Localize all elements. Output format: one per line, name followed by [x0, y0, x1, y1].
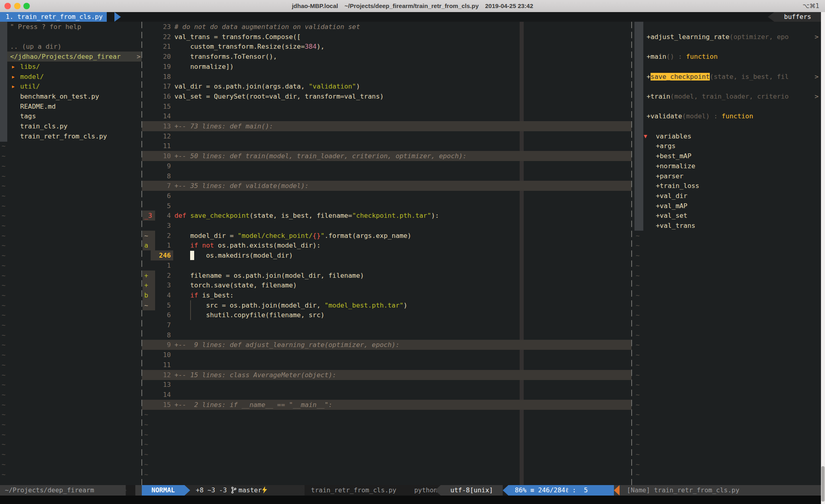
- code-line[interactable]: 8: [142, 330, 632, 340]
- code-line[interactable]: 22val_trans = transforms.Compose([: [142, 32, 632, 42]
- nerdtree-empty-row: ~: [0, 181, 142, 191]
- tagbar-empty-row: ~: [633, 300, 821, 310]
- tag-kind: function: [721, 112, 753, 120]
- code-line[interactable]: +3 torch.save(state, filename): [142, 280, 632, 290]
- tagbar-row[interactable]: +val_set: [633, 211, 821, 221]
- code-line[interactable]: 3: [142, 221, 632, 231]
- buffers-label[interactable]: buffers: [774, 12, 821, 22]
- right-scrollbar-track[interactable]: [821, 12, 825, 504]
- folded-line[interactable]: 12+-- 15 lines: class AverageMeter(objec…: [142, 370, 632, 380]
- code-line[interactable]: 9: [142, 161, 632, 171]
- code-line[interactable]: 11: [142, 141, 632, 151]
- code-line[interactable]: 5: [142, 201, 632, 211]
- command-line[interactable]: [0, 496, 825, 504]
- tagbar-row[interactable]: +val_trans: [633, 221, 821, 231]
- code-line[interactable]: 23# do not do data augmentation on valid…: [142, 22, 632, 32]
- nerdtree-row[interactable]: ▸model/: [0, 72, 142, 82]
- folder-collapsed-icon[interactable]: ▸: [11, 81, 15, 91]
- code-line[interactable]: 12: [142, 131, 632, 141]
- folded-line[interactable]: 13+-- 73 lines: def main():: [142, 121, 632, 131]
- tag-entry[interactable]: +train(model, train_loader, criterio: [647, 91, 814, 101]
- code-line[interactable]: 19 normalize]): [142, 62, 632, 72]
- nerdtree-file[interactable]: README.md: [20, 101, 56, 112]
- nerdtree-row[interactable]: train_retr_from_cls.py: [0, 131, 142, 141]
- empty-line-tilde: ~: [2, 171, 6, 181]
- window-separator-left[interactable]: [141, 22, 142, 485]
- nerdtree-file[interactable]: tags: [20, 111, 36, 121]
- code-line[interactable]: +2 filename = os.path.join(model_dir, fi…: [142, 271, 632, 281]
- nerdtree-up-dir[interactable]: .. (up a dir): [10, 41, 61, 52]
- code-token: "validation": [309, 83, 356, 90]
- code-line[interactable]: 10: [142, 350, 632, 360]
- tagbar-blank-row: [633, 121, 821, 131]
- code-line[interactable]: ~5 src = os.path.join(model_dir, "model_…: [142, 300, 632, 310]
- code-line[interactable]: 20 transforms.ToTensor(),: [142, 52, 632, 62]
- code-line[interactable]: ~2 model_dir = "model/check_point/{}".fo…: [142, 231, 632, 241]
- code-line[interactable]: 14: [142, 111, 632, 121]
- tagbar-row[interactable]: +val_dir: [633, 191, 821, 201]
- code-line[interactable]: 18: [142, 72, 632, 82]
- code-line[interactable]: 246 os.makedirs(model_dir): [142, 250, 632, 260]
- tagbar-row[interactable]: +val_mAP: [633, 201, 821, 211]
- tagbar-row[interactable]: ▼variables: [633, 131, 821, 141]
- tagbar-sidebar: +adjust_learning_rate(optimizer, epo>+ma…: [633, 22, 821, 485]
- nerdtree-root-path[interactable]: </jdhao/Projects/deep_firear: [10, 52, 120, 62]
- code-line[interactable]: 6: [142, 191, 632, 201]
- nerdtree-row[interactable]: ▸libs/: [0, 62, 142, 72]
- code-line[interactable]: 1: [142, 260, 632, 271]
- right-scrollbar-thumb[interactable]: [821, 466, 825, 502]
- tagbar-row[interactable]: +main() : function: [633, 52, 821, 62]
- nerdtree-directory[interactable]: libs/: [20, 62, 40, 72]
- code-line[interactable]: 13: [142, 380, 632, 390]
- nerdtree-row[interactable]: benchmark_on_test.py: [0, 91, 142, 101]
- tagbar-row[interactable]: +parser: [633, 171, 821, 181]
- tag-entry[interactable]: +save_checkpoint(state, is_best, fil: [647, 72, 814, 82]
- code-line[interactable]: _34def save_checkpoint(state, is_best, f…: [142, 211, 632, 221]
- tagbar-row[interactable]: +normalize: [633, 161, 821, 171]
- code-line[interactable]: 6 shutil.copyfile(filename, src): [142, 310, 632, 320]
- tag-entry[interactable]: +validate(model) : function: [647, 111, 814, 121]
- tagbar-row[interactable]: +train_loss: [633, 181, 821, 191]
- nerdtree-row[interactable]: tags: [0, 111, 142, 121]
- folded-line[interactable]: 7+-- 35 lines: def validate(model):: [142, 181, 632, 191]
- window-separator-right[interactable]: [631, 22, 632, 485]
- tab-active[interactable]: 1. train_retr_from_cls.py: [0, 12, 107, 22]
- tagbar-row[interactable]: +args: [633, 141, 821, 151]
- empty-line-tilde: ~: [2, 340, 6, 350]
- tag-entry[interactable]: +adjust_learning_rate(optimizer, epo: [647, 32, 814, 42]
- tagbar-row[interactable]: +best_mAP: [633, 151, 821, 161]
- tagbar-row[interactable]: +validate(model) : function: [633, 111, 821, 121]
- nerdtree-row[interactable]: ▸util/: [0, 81, 142, 91]
- folded-line[interactable]: 10+-- 50 lines: def train(model, train_l…: [142, 151, 632, 161]
- code-line[interactable]: 7: [142, 320, 632, 330]
- nerdtree-row[interactable]: README.md: [0, 101, 142, 112]
- nerdtree-file[interactable]: train_cls.py: [20, 121, 68, 131]
- tagbar-row[interactable]: +adjust_learning_rate(optimizer, epo>: [633, 32, 821, 42]
- nerdtree-directory[interactable]: model/: [20, 72, 44, 82]
- code-line[interactable]: 8: [142, 171, 632, 181]
- code-line[interactable]: 14: [142, 390, 632, 400]
- folded-line[interactable]: 15+-- 2 lines: if __name__ == "__main__"…: [142, 400, 632, 410]
- code-line[interactable]: 15: [142, 101, 632, 112]
- tagbar-row[interactable]: +save_checkpoint(state, is_best, fil>: [633, 72, 821, 82]
- code-line[interactable]: 16val_set = QuerySet(root=val_dir, trans…: [142, 91, 632, 101]
- folder-collapsed-icon[interactable]: ▸: [11, 62, 15, 72]
- nerdtree-row[interactable]: </jdhao/Projects/deep_firear>: [0, 52, 142, 62]
- code-line[interactable]: b4 if is_best:: [142, 290, 632, 300]
- code-line[interactable]: 21 custom_transform.Resize(size=384),: [142, 41, 632, 52]
- folded-line[interactable]: 9+-- 9 lines: def adjust_learning_rate(o…: [142, 340, 632, 350]
- fold-open-triangle-icon[interactable]: ▼: [644, 131, 647, 141]
- nerdtree-file[interactable]: benchmark_on_test.py: [20, 91, 99, 101]
- code-line[interactable]: a1 if not os.path.exists(model_dir):: [142, 240, 632, 250]
- editor-empty-row: ~: [142, 459, 632, 469]
- folder-collapsed-icon[interactable]: ▸: [11, 72, 15, 82]
- tagbar-row[interactable]: +train(model, train_loader, criterio>: [633, 91, 821, 101]
- code-line[interactable]: 11: [142, 360, 632, 370]
- tag-entry[interactable]: +main() : function: [647, 52, 814, 62]
- nerdtree-row[interactable]: .. (up a dir): [0, 41, 142, 52]
- nerdtree-row[interactable]: train_cls.py: [0, 121, 142, 131]
- code-line[interactable]: 17val_dir = os.path.join(args.data, "val…: [142, 81, 632, 91]
- empty-line-tilde: ~: [2, 459, 6, 469]
- nerdtree-directory[interactable]: util/: [20, 81, 40, 91]
- nerdtree-file[interactable]: train_retr_from_cls.py: [20, 131, 107, 141]
